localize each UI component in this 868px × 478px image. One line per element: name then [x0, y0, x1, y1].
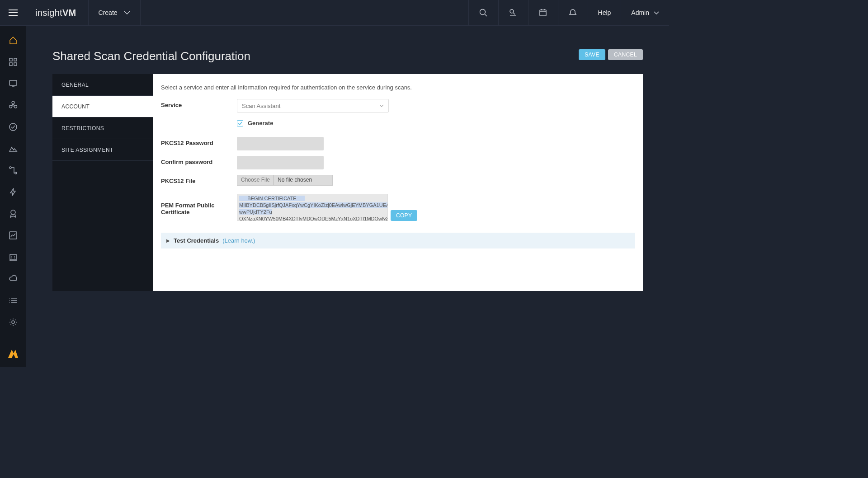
pem-certificate-textarea[interactable]: -----BEGIN CERTIFICATE-----MIIBYDCB5gIIS…	[237, 194, 388, 221]
row-pem-certificate: PEM Format Public Certificate -----BEGIN…	[161, 194, 635, 221]
nav-home[interactable]	[5, 32, 21, 48]
building-icon	[9, 253, 18, 262]
generate-checkbox[interactable]	[237, 120, 243, 127]
nav-tags[interactable]	[5, 206, 21, 222]
copy-button[interactable]: COPY	[391, 210, 417, 221]
chevron-right-icon: ▶	[166, 238, 170, 243]
tab-general[interactable]: GENERAL	[52, 74, 153, 96]
bell-icon	[569, 9, 577, 17]
bolt-icon	[9, 187, 18, 197]
svg-point-14	[15, 172, 17, 174]
label-pem-certificate: PEM Format Public Certificate	[161, 199, 237, 216]
rapid7-icon	[7, 348, 19, 359]
page-header: Shared Scan Credential Configuration SAV…	[52, 49, 643, 63]
chevron-down-icon	[124, 11, 130, 14]
service-value: Scan Assistant	[242, 103, 280, 109]
svg-rect-5	[9, 63, 12, 66]
logo-text-bold: VM	[62, 8, 76, 18]
query-icon	[509, 9, 517, 17]
file-input[interactable]: Choose File No file chosen	[237, 175, 333, 186]
pkcs12-password-input[interactable]	[237, 137, 324, 150]
cancel-button[interactable]: CANCEL	[608, 49, 643, 60]
row-confirm-password: Confirm password	[161, 156, 635, 169]
search-button[interactable]	[468, 0, 498, 26]
nav-actions[interactable]	[5, 184, 21, 200]
sidebar	[0, 26, 26, 367]
cert-line-2: MIIBYDCB5gIISjrfQJAFxqYwCgYIKoZIzj0EAwIw…	[239, 202, 388, 208]
notifications-button[interactable]	[558, 0, 588, 26]
menu-toggle-button[interactable]	[0, 0, 26, 26]
check-circle-icon	[9, 122, 18, 131]
field-pem-certificate: -----BEGIN CERTIFICATE-----MIIBYDCB5gIIS…	[237, 194, 635, 221]
chevron-down-icon	[654, 11, 659, 14]
nav-automation[interactable]	[5, 162, 21, 178]
nav-settings[interactable]	[5, 314, 21, 330]
field-service: Scan Assistant	[237, 99, 635, 112]
label-confirm-password: Confirm password	[161, 156, 237, 165]
svg-rect-6	[14, 63, 17, 66]
learn-how-link[interactable]: (Learn how.)	[222, 237, 255, 244]
field-pkcs12-password	[237, 137, 635, 150]
row-service: Service Scan Assistant	[161, 99, 635, 112]
main-content: Shared Scan Credential Configuration SAV…	[26, 26, 669, 367]
list-icon	[9, 296, 18, 305]
nav-peaks[interactable]	[5, 141, 21, 157]
svg-point-9	[12, 101, 14, 104]
side-tabs: GENERAL ACCOUNT RESTRICTIONS SITE ASSIGN…	[52, 74, 153, 291]
file-name-text: No file chosen	[274, 175, 332, 185]
row-pkcs12-file: PKCS12 File Choose File No file chosen	[161, 175, 635, 188]
gear-icon	[9, 318, 18, 327]
nav-management[interactable]	[5, 249, 21, 265]
tab-account[interactable]: ACCOUNT	[52, 96, 153, 117]
nav-cloud[interactable]	[5, 271, 21, 287]
search-icon	[479, 9, 487, 17]
svg-point-12	[9, 123, 17, 131]
svg-point-18	[12, 321, 14, 323]
svg-point-1	[510, 9, 514, 13]
choose-file-button: Choose File	[237, 175, 274, 185]
nav-policies[interactable]	[5, 119, 21, 135]
tab-site-assignment[interactable]: SITE ASSIGNMENT	[52, 139, 153, 161]
help-link[interactable]: Help	[588, 0, 621, 26]
help-label: Help	[598, 9, 611, 16]
test-credentials-bar[interactable]: ▶ Test Credentials (Learn how.)	[161, 233, 635, 248]
confirm-password-input[interactable]	[237, 156, 324, 169]
create-label: Create	[99, 9, 118, 16]
nav-assets[interactable]	[5, 75, 21, 92]
calendar-icon	[539, 9, 547, 17]
cloud-icon	[9, 274, 18, 283]
service-select[interactable]: Scan Assistant	[237, 99, 389, 112]
nav-list[interactable]	[5, 292, 21, 309]
admin-dropdown[interactable]: Admin	[621, 0, 669, 26]
row-generate: Generate	[161, 118, 635, 131]
label-pkcs12-file: PKCS12 File	[161, 175, 237, 184]
svg-point-11	[14, 105, 17, 108]
form-description: Select a service and enter all informati…	[161, 84, 635, 91]
svg-rect-4	[14, 58, 17, 61]
query-button[interactable]	[498, 0, 528, 26]
field-pkcs12-file: Choose File No file chosen	[237, 175, 635, 186]
nav-reports[interactable]	[5, 227, 21, 244]
cert-line-1: -----BEGIN CERTIFICATE-----	[239, 196, 305, 201]
home-icon	[9, 36, 18, 45]
generate-label: Generate	[248, 120, 273, 127]
tab-restrictions[interactable]: RESTRICTIONS	[52, 117, 153, 139]
calendar-button[interactable]	[528, 0, 558, 26]
admin-label: Admin	[631, 9, 649, 16]
nav-dashboard[interactable]	[5, 54, 21, 70]
chart-icon	[9, 231, 18, 240]
svg-point-10	[9, 105, 12, 108]
create-dropdown[interactable]: Create	[88, 0, 141, 25]
cert-line-3: wwPUjdTY2Fu	[239, 209, 272, 215]
product-logo: insightVM	[26, 8, 88, 18]
page-title: Shared Scan Credential Configuration	[52, 49, 250, 63]
svg-point-8	[12, 104, 14, 106]
field-generate: Generate	[237, 118, 635, 127]
brand-mark	[0, 348, 26, 359]
hamburger-icon	[9, 9, 18, 16]
save-button[interactable]: SAVE	[579, 49, 605, 60]
topbar-left: insightVM Create	[0, 0, 141, 25]
monitor-icon	[9, 79, 18, 88]
nav-vulnerabilities[interactable]	[5, 97, 21, 113]
top-bar: insightVM Create Help Admin	[0, 0, 669, 26]
